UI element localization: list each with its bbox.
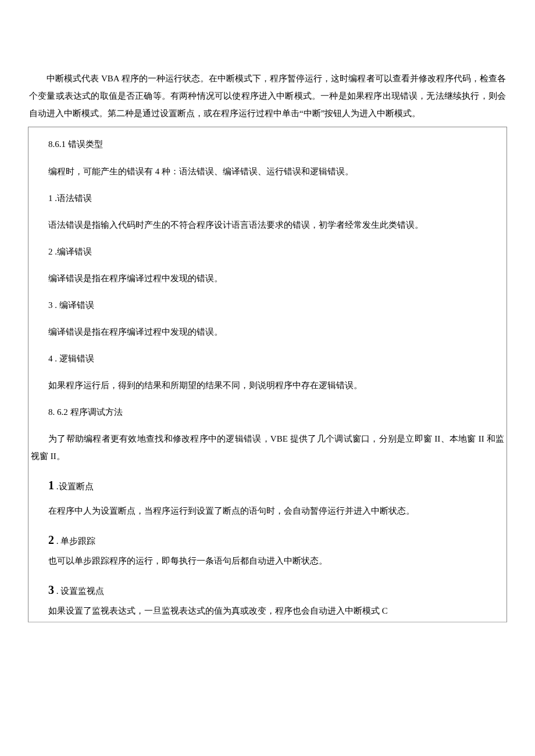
item-2-label: 2 .编译错误 bbox=[31, 243, 504, 260]
item-3-label: 3 . 编译错误 bbox=[31, 296, 504, 314]
item-4-body: 如果程序运行后，得到的结果和所期望的结果不同，则说明程序中存在逻辑错误。 bbox=[31, 377, 504, 394]
bold-item-3-label: 3 . 设置监视点 bbox=[31, 579, 504, 601]
item-3-body: 编译错误是指在程序编译过程中发现的错误。 bbox=[31, 323, 504, 341]
bold-item-2-label: 2 . 单步跟踪 bbox=[31, 529, 504, 551]
bold-item-3-body: 如果设置了监视表达式，一旦监视表达式的值为真或改变，程序也会自动进入中断模式 C bbox=[31, 602, 504, 619]
section-862-intro: 为了帮助编程者更有效地查找和修改程序中的逻辑错误，VBE 提供了几个调试窗口，分… bbox=[31, 430, 504, 465]
boxed-content: 8.6.1 错误类型 编程时，可能产生的错误有 4 种：语法错误、编译错误、运行… bbox=[28, 127, 507, 622]
bold-item-1-text: .设置断点 bbox=[54, 482, 94, 491]
item-4-label: 4 . 逻辑错误 bbox=[31, 350, 504, 367]
item-1-label: 1 .语法错误 bbox=[31, 189, 504, 207]
bold-item-1-label: 1 .设置断点 bbox=[31, 474, 504, 496]
section-861-title: 8.6.1 错误类型 bbox=[31, 137, 504, 152]
section-861-intro: 编程时，可能产生的错误有 4 种：语法错误、编译错误、运行错误和逻辑错误。 bbox=[31, 163, 504, 180]
bold-item-2-text: . 单步跟踪 bbox=[54, 536, 95, 546]
intro-paragraph: 中断模式代表 VBA 程序的一种运行状态。在中断模式下，程序暂停运行，这时编程者… bbox=[29, 70, 506, 122]
section-862-title: 8. 6.2 程序调试方法 bbox=[31, 403, 504, 421]
bold-item-1-body: 在程序中人为设置断点，当程序运行到设置了断点的语句时，会自动暂停运行并进入中断状… bbox=[31, 502, 504, 519]
section-862-intro-text: 为了帮助编程者更有效地查找和修改程序中的逻辑错误，VBE 提供了几个调试窗口，分… bbox=[31, 430, 504, 465]
bold-item-3-text: . 设置监视点 bbox=[54, 586, 104, 596]
bold-item-1-num: 1 bbox=[48, 479, 54, 492]
item-2-body: 编译错误是指在程序编译过程中发现的错误。 bbox=[31, 270, 504, 287]
item-1-body: 语法错误是指输入代码时产生的不符合程序设计语言语法要求的错误，初学者经常发生此类… bbox=[31, 216, 504, 234]
item-1-body-text: 语法错误是指输入代码时产生的不符合程序设计语言语法要求的错误，初学者经常发生此类… bbox=[31, 216, 504, 234]
document-page: 中断模式代表 VBA 程序的一种运行状态。在中断模式下，程序暂停运行，这时编程者… bbox=[0, 0, 535, 651]
bold-item-3-num: 3 bbox=[48, 583, 54, 596]
bold-item-2-body: 也可以单步跟踪程序的运行，即每执行一条语句后都自动进入中断状态。 bbox=[31, 552, 504, 569]
bold-item-2-num: 2 bbox=[48, 533, 54, 546]
intro-text: 中断模式代表 VBA 程序的一种运行状态。在中断模式下，程序暂停运行，这时编程者… bbox=[29, 70, 506, 122]
